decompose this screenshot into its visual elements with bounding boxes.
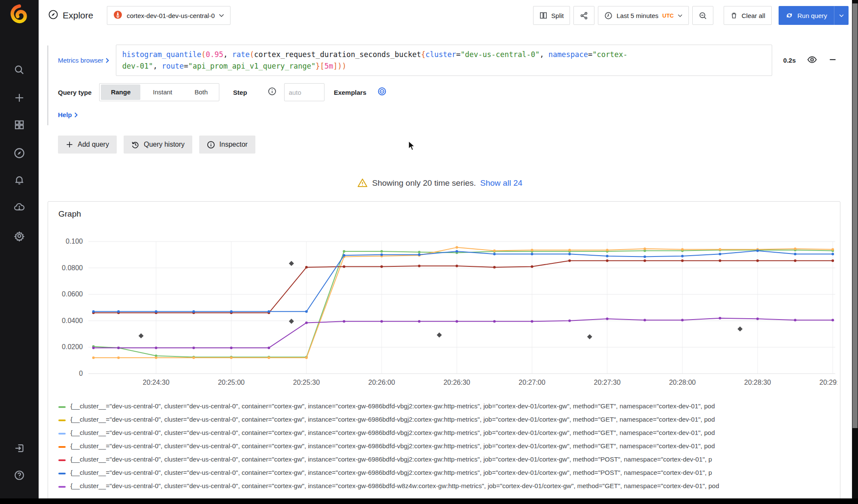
svg-text:20:28:00: 20:28:00 (669, 379, 696, 386)
svg-text:0: 0 (79, 370, 83, 377)
legend-item[interactable]: {__cluster__="dev-us-central-0", cluster… (58, 469, 837, 482)
datasource-name: cortex-dev-01-dev-us-central-0 (127, 12, 215, 19)
grafana-logo[interactable] (10, 4, 29, 26)
svg-text:20:27:30: 20:27:30 (594, 379, 621, 386)
legend-series-label: {__cluster__="dev-us-central-0", cluster… (70, 456, 712, 463)
legend-item[interactable]: {__cluster__="dev-us-central-0", cluster… (58, 416, 837, 429)
warning-text: Showing only 20 time series. (372, 178, 476, 188)
preview-eye-icon[interactable] (807, 54, 817, 66)
promql-query-input[interactable]: histogram_quantile(0.95, rate(cortex_req… (116, 45, 772, 76)
svg-text:20:26:00: 20:26:00 (368, 379, 395, 386)
explore-compass-icon[interactable] (11, 145, 28, 162)
step-input[interactable] (284, 83, 324, 101)
chart-series (92, 246, 834, 359)
legend-series-label: {__cluster__="dev-us-central-0", cluster… (70, 416, 715, 423)
trash-icon (730, 12, 738, 19)
alerting-bell-icon[interactable] (11, 172, 28, 189)
chart-exemplar-markers[interactable] (139, 261, 743, 339)
run-query-label: Run query (797, 12, 827, 19)
query-type-both[interactable]: Both (183, 85, 219, 100)
add-query-label: Add query (78, 141, 109, 148)
help-link[interactable]: Help (58, 111, 88, 118)
query-token: = (588, 50, 592, 59)
query-type-label: Query type (58, 89, 91, 96)
svg-text:20:24:30: 20:24:30 (143, 379, 170, 386)
help-question-icon[interactable] (11, 467, 28, 484)
legend-item[interactable]: {__cluster__="dev-us-central-0", cluster… (58, 442, 837, 456)
page-scrollbar[interactable] (852, 0, 858, 504)
run-query-dropdown[interactable] (834, 6, 849, 25)
query-token: , (540, 50, 548, 59)
legend-series-color (58, 459, 66, 461)
add-query-button[interactable]: Add query (58, 136, 117, 154)
bottom-black-bar (0, 498, 858, 504)
zoom-out-button[interactable] (692, 6, 713, 25)
query-type-range[interactable]: Range (101, 85, 140, 100)
time-series-chart[interactable]: 20:24:3020:25:0020:25:3020:26:0020:26:30… (56, 232, 837, 400)
legend-series-label: {__cluster__="dev-us-central-0", cluster… (70, 482, 719, 489)
svg-text:20:26:30: 20:26:30 (443, 379, 470, 386)
remove-query-icon[interactable] (828, 55, 837, 66)
query-token: = (456, 50, 461, 59)
chevron-down-icon (839, 14, 844, 17)
query-token: route (162, 62, 184, 70)
svg-text:20:29:00: 20:29:00 (819, 379, 837, 386)
sync-icon (785, 12, 793, 19)
create-plus-icon[interactable] (11, 89, 28, 106)
svg-text:20:25:30: 20:25:30 (293, 379, 320, 386)
svg-text:0.0800: 0.0800 (62, 264, 83, 272)
svg-text:20:28:30: 20:28:30 (744, 379, 771, 386)
series-limit-warning: Showing only 20 time series. Show all 24 (39, 178, 841, 188)
exemplars-label: Exemplars (334, 89, 367, 96)
svg-text:0.0400: 0.0400 (62, 317, 83, 324)
explore-toolbar: Explore cortex-dev-01-dev-us-central-0 S… (39, 0, 858, 31)
warning-triangle-icon (357, 178, 368, 188)
svg-text:0.0200: 0.0200 (62, 343, 83, 350)
sign-in-icon[interactable] (11, 440, 28, 457)
split-columns-icon (540, 12, 547, 19)
dashboards-icon[interactable] (11, 116, 28, 133)
query-type-instant[interactable]: Instant (142, 85, 183, 100)
share-button[interactable] (573, 6, 594, 25)
run-query-button[interactable]: Run query (779, 6, 849, 25)
clear-all-label: Clear all (742, 12, 765, 19)
query-history-label: Query history (144, 141, 185, 148)
legend-series-label: {__cluster__="dev-us-central-0", cluster… (70, 402, 715, 410)
svg-text:0.0600: 0.0600 (62, 290, 83, 298)
time-range-picker[interactable]: Last 5 minutes UTC (598, 6, 688, 25)
legend-item[interactable]: {__cluster__="dev-us-central-0", cluster… (58, 456, 837, 469)
datasource-picker[interactable]: cortex-dev-01-dev-us-central-0 (107, 6, 230, 25)
page-title-text: Explore (63, 10, 93, 21)
settings-gear-icon[interactable] (11, 227, 28, 244)
legend-series-label: {__cluster__="dev-us-central-0", cluster… (70, 429, 715, 436)
metrics-browser-button[interactable]: Metrics browser (58, 57, 109, 64)
cloud-alert-icon[interactable] (11, 199, 28, 216)
query-token: ( (250, 50, 254, 59)
graph-panel-title: Graph (58, 209, 81, 219)
chevron-right-icon (74, 112, 78, 118)
legend-item[interactable]: {__cluster__="dev-us-central-0", cluster… (58, 429, 837, 442)
query-history-button[interactable]: Query history (124, 136, 192, 154)
chevron-right-icon (106, 58, 109, 63)
legend-series-color (58, 419, 66, 421)
query-token: ])) (333, 62, 346, 70)
scrollbar-thumb[interactable] (852, 3, 858, 428)
svg-text:20:25:00: 20:25:00 (218, 379, 245, 386)
timezone-label: UTC (662, 12, 674, 19)
page-title: Explore (48, 9, 93, 22)
svg-text:20:27:00: 20:27:00 (518, 379, 545, 386)
query-token: "cortex- (592, 50, 628, 59)
legend-series-label: {__cluster__="dev-us-central-0", cluster… (70, 442, 715, 450)
info-icon[interactable] (268, 87, 276, 97)
split-button[interactable]: Split (533, 6, 570, 25)
legend-item[interactable]: {__cluster__="dev-us-central-0", cluster… (58, 402, 837, 416)
inspector-button[interactable]: Inspector (199, 136, 255, 154)
search-icon[interactable] (11, 61, 28, 78)
legend-item[interactable]: {__cluster__="dev-us-central-0", cluster… (58, 482, 837, 495)
clear-all-button[interactable]: Clear all (724, 6, 772, 25)
series-legend: {__cluster__="dev-us-central-0", cluster… (58, 402, 837, 504)
secondary-actions: Add query Query history Inspector (58, 136, 255, 154)
show-all-series-link[interactable]: Show all 24 (480, 178, 522, 188)
chevron-down-icon (678, 14, 682, 17)
exemplars-eye-icon[interactable] (377, 86, 387, 98)
